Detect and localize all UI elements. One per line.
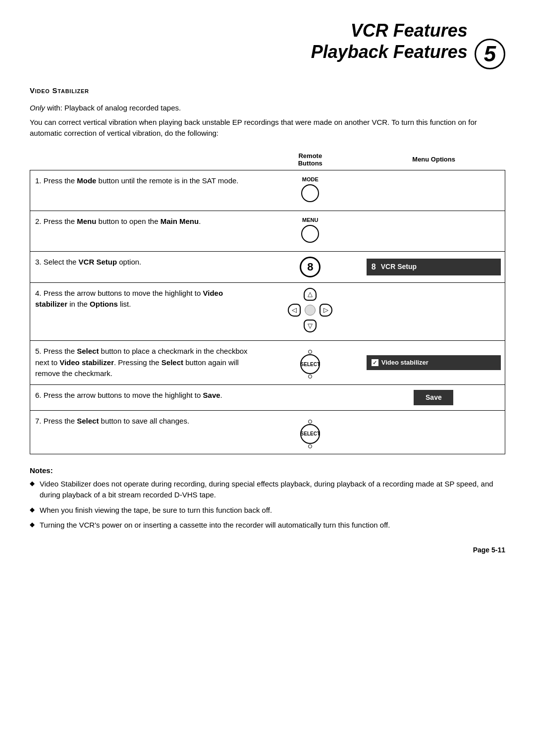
arrow-up-icon: △ [304,288,317,301]
col-header-remote: Remote Buttons [258,149,363,170]
step-7-remote: SELECT [258,410,363,454]
step-5-text: 5. Press the Select button to place a ch… [30,341,258,385]
chapter-badge: 5 [475,39,505,69]
step-4-menu [363,282,505,341]
save-menu-option: Save [414,390,453,405]
table-row: 6. Press the arrow buttons to move the h… [30,384,505,410]
col-header-menu: Menu Options [363,149,505,170]
step-2-menu [363,211,505,251]
mode-button-icon [301,184,319,202]
page-number: Page 5-11 [30,546,505,554]
step-5-remote: SELECT [258,341,363,385]
step-7-menu [363,410,505,454]
step-7-text: 7. Press the Select button to save all c… [30,410,258,454]
step-1-menu [363,170,505,211]
arrow-right-icon: ▷ [320,304,332,317]
menu-button-icon [301,225,319,243]
select-button-icon: SELECT [300,349,320,379]
step-2-remote: MENU [258,211,363,251]
header-title: VCR Features Playback Features [311,20,468,62]
table-row: 2. Press the Menu button to open the Mai… [30,211,505,251]
vcr-setup-menu-option: 8 VCR Setup [367,259,501,275]
step-4-remote: △ ◁ ▷ ▽ [258,282,363,341]
arrow-down-icon: ▽ [304,320,317,332]
steps-table: Remote Buttons Menu Options 1. Press the… [30,149,505,454]
section-heading: Video Stabilizer [30,86,505,95]
table-row: 4. Press the arrow buttons to move the h… [30,282,505,341]
notes-list: Video Stabilizer does not operate during… [30,479,505,531]
col-header-steps [30,149,258,170]
intro-line-2: You can correct vertical vibration when … [30,117,505,139]
table-row: 1. Press the Mode button until the remot… [30,170,505,211]
list-item: Turning the VCR's power on or inserting … [30,520,505,531]
number-8-icon: 8 [300,257,321,277]
step-3-remote: 8 [258,251,363,282]
table-row: 7. Press the Select button to save all c… [30,410,505,454]
step-5-menu: ✓ Video stabilizer [363,341,505,385]
arrow-center-icon [305,305,316,316]
step-1-text: 1. Press the Mode button until the remot… [30,170,258,211]
notes-heading: Notes: [30,466,505,475]
table-row: 3. Select the VCR Setup option. 8 8 VCR … [30,251,505,282]
list-item: Video Stabilizer does not operate during… [30,479,505,501]
arrow-left-icon: ◁ [288,304,301,317]
list-item: When you finish viewing the tape, be sur… [30,505,505,516]
step-1-remote: MODE [258,170,363,211]
step-6-menu: Save [363,384,505,410]
checkbox-checked-icon: ✓ [372,359,378,366]
step-2-text: 2. Press the Menu button to open the Mai… [30,211,258,251]
page-header: VCR Features Playback Features 5 [30,20,505,71]
step-4-text: 4. Press the arrow buttons to move the h… [30,282,258,341]
video-stabilizer-checkbox-option: ✓ Video stabilizer [367,355,501,370]
select-button-2-icon: SELECT [300,419,320,449]
step-6-remote [258,384,363,410]
notes-section: Notes: Video Stabilizer does not operate… [30,466,505,531]
step-3-menu: 8 VCR Setup [363,251,505,282]
step-6-text: 6. Press the arrow buttons to move the h… [30,384,258,410]
arrow-pad-icon: △ ◁ ▷ ▽ [288,288,332,332]
intro-line-1: Only with: Playback of analog recorded t… [30,103,505,114]
step-3-text: 3. Select the VCR Setup option. [30,251,258,282]
table-row: 5. Press the Select button to place a ch… [30,341,505,385]
